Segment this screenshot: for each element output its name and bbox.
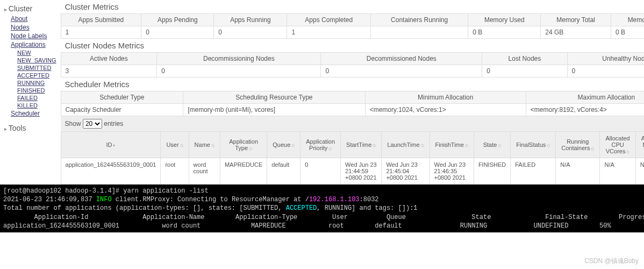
col-finish[interactable]: FinishTime◇ bbox=[430, 132, 474, 158]
col-apps-pending[interactable]: Apps Pending bbox=[141, 14, 214, 26]
table-row: application_1624455563109_0001 root word… bbox=[61, 158, 644, 185]
cell-launch: Wed Jun 23 21:45:04 +0800 2021 bbox=[382, 158, 430, 185]
term-row-type: MAPREDUCE bbox=[251, 222, 286, 230]
sort-icon: ◇ bbox=[328, 146, 332, 151]
col-memory-used[interactable]: Memory Used bbox=[468, 14, 541, 26]
col-apps-completed[interactable]: Apps Completed bbox=[287, 14, 371, 26]
cell: 24 GB bbox=[541, 26, 611, 39]
term-header: Application-Id Application-Name Applicat… bbox=[3, 214, 644, 221]
log-line: , RUNNING] and tags: []):1 bbox=[317, 204, 417, 212]
col-vcores[interactable]: Allocated CPU VCores◇ bbox=[600, 132, 635, 158]
col-containers-running[interactable]: Containers Running bbox=[371, 14, 468, 26]
applications-table: ID▾ User◇ Name◇ Application Type◇ Queue◇… bbox=[61, 131, 644, 185]
entries-suffix: entries bbox=[104, 120, 123, 128]
col-state[interactable]: State◇ bbox=[474, 132, 510, 158]
sort-icon: ◇ bbox=[421, 143, 424, 148]
cell-vcores: N/A bbox=[600, 158, 635, 185]
col-decommissioned-nodes[interactable]: Decommissioned Nodes bbox=[321, 53, 482, 65]
term-row-state: RUNNING bbox=[460, 222, 487, 230]
col-user[interactable]: User◇ bbox=[161, 132, 189, 158]
sidebar-header-cluster[interactable]: Cluster bbox=[4, 3, 56, 15]
col-start[interactable]: StartTime◇ bbox=[341, 132, 382, 158]
cell: <memory:8192, vCores:4> bbox=[526, 104, 644, 116]
term-row-id: application_1624455563109_0001 bbox=[3, 222, 119, 230]
sort-icon: ◇ bbox=[373, 143, 376, 148]
sidebar-link-running[interactable]: RUNNING bbox=[17, 79, 56, 87]
entries-control: Show 20 entries bbox=[61, 116, 644, 131]
sidebar: Cluster About Nodes Node Labels Applicat… bbox=[0, 0, 61, 185]
term-row-name: word count bbox=[162, 222, 201, 230]
scheduler-metrics-table: Scheduler Type Scheduling Resource Type … bbox=[61, 91, 644, 116]
sidebar-link-failed[interactable]: FAILED bbox=[17, 94, 56, 102]
cell: 0 bbox=[141, 26, 214, 39]
sidebar-link-nodes[interactable]: Nodes bbox=[11, 23, 56, 32]
sort-icon: ◇ bbox=[465, 143, 468, 148]
col-lost-nodes[interactable]: Lost Nodes bbox=[482, 53, 567, 65]
cell-memmb: N/A bbox=[635, 158, 644, 185]
table-row: 3 0 0 0 0 bbox=[61, 65, 644, 77]
sidebar-link-new-saving[interactable]: NEW_SAVING bbox=[17, 56, 56, 64]
term-row-user: root bbox=[328, 222, 344, 230]
cell-finish: Wed Jun 23 21:46:35 +0800 2021 bbox=[430, 158, 474, 185]
col-memmb[interactable]: Allocated Memory MB◇ bbox=[635, 132, 644, 158]
sort-icon: ◇ bbox=[591, 146, 594, 151]
col-min-allocation[interactable]: Minimum Allocation bbox=[365, 91, 526, 104]
sidebar-link-node-labels[interactable]: Node Labels bbox=[11, 32, 56, 40]
terminal[interactable]: [root@hadoop102 hadoop-3.1.4]# yarn appl… bbox=[0, 185, 644, 232]
col-memory-total[interactable]: Memory Total bbox=[541, 14, 611, 26]
cell bbox=[371, 26, 468, 39]
sidebar-link-submitted[interactable]: SUBMITTED bbox=[17, 64, 56, 72]
log-line: Total number of applications (applicatio… bbox=[3, 204, 286, 212]
cell: 0 bbox=[482, 65, 567, 77]
log-level: INFO bbox=[96, 196, 112, 203]
sort-icon: ◇ bbox=[180, 143, 183, 148]
col-memory-reser[interactable]: Memory Reser bbox=[611, 14, 644, 26]
cell-user: root bbox=[161, 158, 189, 185]
col-scheduler-type[interactable]: Scheduler Type bbox=[61, 91, 183, 104]
sidebar-header-tools[interactable]: Tools bbox=[4, 122, 56, 134]
cell: 0 bbox=[567, 65, 644, 77]
col-apps-submitted[interactable]: Apps Submitted bbox=[61, 14, 141, 26]
command: yarn application -list bbox=[123, 187, 208, 195]
col-name[interactable]: Name◇ bbox=[189, 132, 220, 158]
cell: Capacity Scheduler bbox=[61, 104, 183, 116]
cell: 0 B bbox=[611, 26, 644, 39]
active-nodes-link[interactable]: 3 bbox=[66, 67, 69, 75]
section-cluster-nodes-metrics: Cluster Nodes Metrics bbox=[61, 39, 644, 52]
col-max-allocation[interactable]: Maximum Allocation bbox=[526, 91, 644, 104]
app-id-link[interactable]: application_1624455563109_0001 bbox=[66, 161, 156, 168]
entries-select[interactable]: 20 bbox=[83, 119, 102, 129]
col-decommissioning-nodes[interactable]: Decommissioning Nodes bbox=[157, 53, 321, 65]
col-unhealthy-nodes[interactable]: Unhealthy Nodes bbox=[567, 53, 644, 65]
sort-icon: ◇ bbox=[211, 143, 214, 148]
term-row-progress: 50% bbox=[599, 222, 611, 230]
sidebar-link-about[interactable]: About bbox=[11, 15, 56, 23]
cell-queue: default bbox=[267, 158, 300, 185]
col-launch[interactable]: LaunchTime◇ bbox=[382, 132, 430, 158]
term-row-queue: default bbox=[375, 222, 402, 230]
cell: 1 bbox=[287, 26, 371, 39]
col-final[interactable]: FinalStatus◇ bbox=[511, 132, 556, 158]
sidebar-link-finished[interactable]: FINISHED bbox=[17, 87, 56, 94]
sidebar-link-applications[interactable]: Applications bbox=[11, 40, 56, 49]
col-priority[interactable]: Application Priority◇ bbox=[300, 132, 341, 158]
cell-state: FINISHED bbox=[474, 158, 510, 185]
nodes-metrics-table: Active Nodes Decommissioning Nodes Decom… bbox=[61, 52, 644, 77]
sort-icon: ◇ bbox=[249, 146, 252, 151]
cell-name: word count bbox=[189, 158, 220, 185]
col-active-nodes[interactable]: Active Nodes bbox=[61, 53, 157, 65]
main-content: 0K/s 0.2K/s 53% Cluster Metrics Apps Sub… bbox=[61, 0, 644, 185]
col-app-type[interactable]: Application Type◇ bbox=[220, 132, 267, 158]
table-row: Capacity Scheduler [memory-mb (unit=Mi),… bbox=[61, 104, 644, 116]
port: :8032 bbox=[360, 196, 379, 203]
col-apps-running[interactable]: Apps Running bbox=[214, 14, 287, 26]
sidebar-link-scheduler[interactable]: Scheduler bbox=[11, 109, 56, 118]
col-queue[interactable]: Queue◇ bbox=[267, 132, 300, 158]
sidebar-link-new[interactable]: NEW bbox=[17, 49, 56, 56]
term-row-final: UNDEFINED bbox=[534, 222, 569, 230]
col-running-containers[interactable]: Running Containers◇ bbox=[556, 132, 600, 158]
col-scheduling-resource-type[interactable]: Scheduling Resource Type bbox=[183, 91, 366, 104]
col-id[interactable]: ID▾ bbox=[61, 132, 161, 158]
sidebar-link-killed[interactable]: KILLED bbox=[17, 102, 56, 109]
sidebar-link-accepted[interactable]: ACCEPTED bbox=[17, 72, 56, 79]
